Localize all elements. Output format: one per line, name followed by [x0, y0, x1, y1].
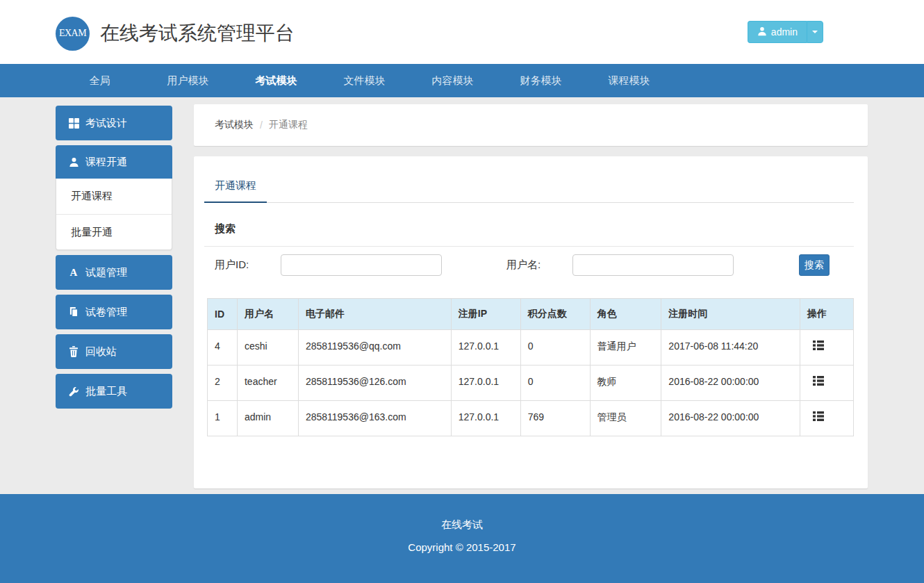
main-content: 考试模块 / 开通课程 开通课程 搜索 用户ID: 用户名:: [194, 97, 868, 488]
table-row: 2 teacher 2858119536@126.com 127.0.0.1 0…: [208, 366, 854, 401]
table-cell: 2017-06-08 11:44:20: [661, 330, 800, 366]
table-cell: 0: [520, 366, 590, 401]
sidebar: 考试设计 课程开通 开通课程 批量开通 A: [56, 106, 172, 413]
user-id-input[interactable]: [281, 254, 442, 276]
table-cell: 普通用户: [590, 330, 661, 366]
table-row: 1 admin 2858119536@163.com 127.0.0.1 769…: [208, 401, 854, 436]
font-icon: A: [68, 268, 79, 278]
breadcrumb-parent[interactable]: 考试模块: [215, 119, 254, 131]
table-cell: 管理员: [590, 401, 661, 436]
table-cell-actions: [800, 366, 854, 401]
th-large-icon: [68, 118, 79, 129]
search-divider: [204, 246, 854, 247]
nav-item-course-module[interactable]: 课程模块: [585, 64, 673, 97]
caret-down-icon: [812, 31, 818, 33]
table-cell: ceshi: [237, 330, 298, 366]
user-menu-label: admin: [771, 26, 798, 38]
table-header-cell: ID: [208, 299, 238, 330]
sidebar-item-open-course[interactable]: 开通课程: [56, 179, 172, 214]
table-cell: 2858119536@qq.com: [298, 330, 451, 366]
brand: EXAM 在线考试系统管理平台: [56, 17, 295, 51]
table-header-cell: 积分点数: [520, 299, 590, 330]
page-body: 考试设计 课程开通 开通课程 批量开通 A: [0, 97, 924, 494]
table-cell: 0: [520, 330, 590, 366]
main-nav: 全局 用户模块 考试模块 文件模块 内容模块 财务模块 课程模块: [0, 64, 924, 97]
exam-logo: EXAM: [56, 17, 90, 51]
breadcrumb: 考试模块 / 开通课程: [194, 104, 868, 146]
page-title: 在线考试系统管理平台: [100, 20, 295, 47]
table-cell: 4: [208, 330, 238, 366]
nav-item-file-module[interactable]: 文件模块: [320, 64, 409, 97]
sidebar-item-label: 试卷管理: [85, 306, 127, 319]
table-header-row: ID 用户名 电子邮件 注册IP 积分点数 角色 注册时间 操作: [208, 299, 854, 330]
table-header-cell: 用户名: [237, 299, 298, 330]
sidebar-group-label: 课程开通: [85, 156, 127, 169]
table-cell: admin: [237, 401, 298, 436]
sidebar-item-recycle-bin[interactable]: 回收站: [56, 334, 172, 369]
row-actions-button[interactable]: [813, 411, 824, 423]
search-form: 用户ID: 用户名: 搜索: [204, 254, 854, 276]
sidebar-item-batch-open[interactable]: 批量开通: [56, 214, 172, 249]
user-menu-button[interactable]: admin: [748, 21, 807, 43]
th-list-icon: [813, 411, 824, 423]
table-cell: 2: [208, 366, 238, 401]
wrench-icon: [68, 386, 79, 397]
user-icon: [68, 157, 79, 167]
user-icon: [757, 26, 767, 38]
user-table: ID 用户名 电子邮件 注册IP 积分点数 角色 注册时间 操作: [207, 298, 854, 436]
th-list-icon: [813, 376, 824, 388]
content-card: 开通课程 搜索 用户ID: 用户名: 搜索: [194, 156, 868, 488]
sidebar-item-paper-manage[interactable]: 试卷管理: [56, 295, 172, 329]
nav-item-finance-module[interactable]: 财务模块: [497, 64, 585, 97]
footer-site-name: 在线考试: [0, 494, 924, 532]
table-cell: 教师: [590, 366, 661, 401]
search-button[interactable]: 搜索: [799, 254, 830, 276]
sidebar-item-exam-design[interactable]: 考试设计: [56, 106, 172, 140]
table-cell: teacher: [237, 366, 298, 401]
table-cell: 769: [520, 401, 590, 436]
table-cell: 2016-08-22 00:00:00: [661, 401, 800, 436]
user-menu: admin: [748, 21, 823, 43]
trash-icon: [68, 346, 79, 357]
user-id-label: 用户ID:: [215, 258, 281, 272]
table-header-cell: 角色: [590, 299, 661, 330]
breadcrumb-current: 开通课程: [269, 119, 308, 131]
tab-open-course[interactable]: 开通课程: [204, 170, 267, 203]
sidebar-group-course-open-header[interactable]: 课程开通: [56, 145, 172, 179]
nav-item-content-module[interactable]: 内容模块: [409, 64, 497, 97]
username-input[interactable]: [572, 254, 734, 276]
table-cell: 2858119536@163.com: [298, 401, 451, 436]
sidebar-item-label: 回收站: [85, 345, 117, 359]
row-actions-button[interactable]: [813, 376, 824, 388]
row-actions-button[interactable]: [813, 340, 824, 352]
username-label: 用户名:: [506, 258, 572, 272]
user-menu-caret-button[interactable]: [807, 21, 823, 43]
tab-bar: 开通课程: [204, 170, 854, 203]
sidebar-item-batch-tools[interactable]: 批量工具: [56, 374, 172, 409]
sidebar-group-course-open: 课程开通 开通课程 批量开通: [56, 145, 172, 250]
table-cell: 2016-08-22 00:00:00: [661, 366, 800, 401]
footer-copyright: Copyright © 2015-2017: [0, 541, 924, 553]
sidebar-item-label: 批量工具: [85, 385, 127, 398]
app-root: EXAM 在线考试系统管理平台 admin 全局 用户模块: [0, 0, 924, 583]
nav-item-exam-module[interactable]: 考试模块: [232, 64, 320, 97]
search-section-title: 搜索: [204, 222, 854, 236]
table-cell: 2858119536@126.com: [298, 366, 451, 401]
table-header-cell: 电子邮件: [298, 299, 451, 330]
site-header: EXAM 在线考试系统管理平台 admin: [0, 0, 924, 64]
sidebar-item-label: 试题管理: [85, 266, 127, 279]
sidebar-item-question-manage[interactable]: A 试题管理: [56, 255, 172, 290]
breadcrumb-separator: /: [260, 120, 263, 131]
table-cell-actions: [800, 330, 854, 366]
table-cell: 127.0.0.1: [451, 401, 520, 436]
nav-item-global[interactable]: 全局: [56, 64, 144, 97]
table-cell-actions: [800, 401, 854, 436]
table-header-cell: 操作: [800, 299, 854, 330]
table-header-cell: 注册时间: [661, 299, 800, 330]
table-header-cell: 注册IP: [451, 299, 520, 330]
sidebar-item-label: 考试设计: [85, 117, 127, 130]
table-cell: 127.0.0.1: [451, 366, 520, 401]
nav-item-user-module[interactable]: 用户模块: [144, 64, 232, 97]
table-cell: 1: [208, 401, 238, 436]
site-footer: 在线考试 Copyright © 2015-2017: [0, 494, 924, 583]
